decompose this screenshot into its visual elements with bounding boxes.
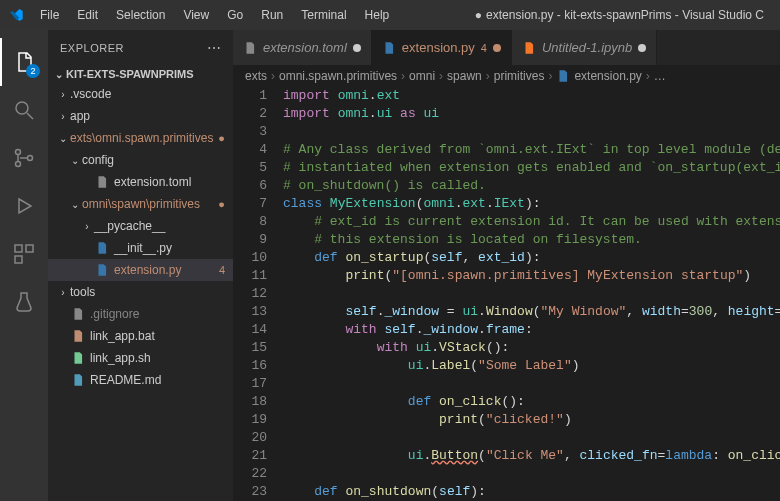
py-file-icon bbox=[556, 69, 570, 83]
breadcrumb-item[interactable]: spawn bbox=[447, 69, 482, 83]
chevron-icon: › bbox=[56, 287, 70, 298]
svg-point-2 bbox=[16, 150, 21, 155]
chevron-icon: ⌄ bbox=[68, 155, 82, 166]
modified-indicator: ● bbox=[214, 198, 225, 210]
activity-source-control[interactable] bbox=[0, 134, 48, 182]
tree-item-label: app bbox=[70, 109, 90, 123]
tab-problem-count: 4 bbox=[481, 42, 487, 54]
menu-bar: FileEditSelectionViewGoRunTerminalHelp bbox=[32, 4, 397, 26]
tree-item[interactable]: README.md bbox=[48, 369, 233, 391]
tree-item-label: .gitignore bbox=[90, 307, 139, 321]
menu-go[interactable]: Go bbox=[219, 4, 251, 26]
chevron-icon: › bbox=[80, 221, 94, 232]
breadcrumb-item[interactable]: extension.py bbox=[574, 69, 641, 83]
tree-item-label: link_app.bat bbox=[90, 329, 155, 343]
tree-item-label: README.md bbox=[90, 373, 161, 387]
py-file-icon bbox=[94, 263, 110, 277]
project-root[interactable]: ⌄ KIT-EXTS-SPAWNPRIMS bbox=[48, 65, 233, 83]
modified-indicator: ● bbox=[214, 132, 225, 144]
titlebar: FileEditSelectionViewGoRunTerminalHelp ●… bbox=[0, 0, 780, 30]
tree-item-label: omni\spawn\primitives bbox=[82, 197, 200, 211]
chevron-down-icon: ⌄ bbox=[52, 69, 66, 80]
tree-item-label: extension.py bbox=[114, 263, 181, 277]
breadcrumb[interactable]: exts›omni.spawn.primitives›omni›spawn›pr… bbox=[233, 65, 780, 87]
chevron-icon: › bbox=[56, 111, 70, 122]
tab-label: extension.toml bbox=[263, 40, 347, 55]
activity-run-debug[interactable] bbox=[0, 182, 48, 230]
tab-label: extension.py bbox=[402, 40, 475, 55]
menu-help[interactable]: Help bbox=[357, 4, 398, 26]
tree-item-label: .vscode bbox=[70, 87, 111, 101]
breadcrumb-separator-icon: › bbox=[401, 69, 405, 83]
breadcrumb-separator-icon: › bbox=[548, 69, 552, 83]
tree-item[interactable]: link_app.sh bbox=[48, 347, 233, 369]
breadcrumb-separator-icon: › bbox=[271, 69, 275, 83]
chevron-icon: ⌄ bbox=[68, 199, 82, 210]
menu-file[interactable]: File bbox=[32, 4, 67, 26]
menu-selection[interactable]: Selection bbox=[108, 4, 173, 26]
menu-terminal[interactable]: Terminal bbox=[293, 4, 354, 26]
tree-item[interactable]: link_app.bat bbox=[48, 325, 233, 347]
chevron-icon: › bbox=[56, 89, 70, 100]
md-file-icon bbox=[70, 373, 86, 387]
modified-indicator: 4 bbox=[215, 264, 225, 276]
svg-point-4 bbox=[28, 156, 33, 161]
svg-point-3 bbox=[16, 162, 21, 167]
svg-rect-6 bbox=[26, 245, 33, 252]
py-file-icon bbox=[94, 241, 110, 255]
sh-file-icon bbox=[70, 351, 86, 365]
sidebar-more-icon[interactable]: ⋯ bbox=[207, 40, 222, 56]
code-lines[interactable]: import omni.extimport omni.ui as ui # An… bbox=[283, 87, 780, 501]
breadcrumb-item[interactable]: exts bbox=[245, 69, 267, 83]
tree-item[interactable]: extension.py4 bbox=[48, 259, 233, 281]
editor-tab[interactable]: extension.toml bbox=[233, 30, 372, 65]
svg-rect-5 bbox=[15, 245, 22, 252]
bat-file-icon bbox=[70, 329, 86, 343]
explorer-sidebar: EXPLORER ⋯ ⌄ KIT-EXTS-SPAWNPRIMS ›.vscod… bbox=[48, 30, 233, 501]
tree-item[interactable]: ⌄omni\spawn\primitives● bbox=[48, 193, 233, 215]
activity-explorer[interactable]: 2 bbox=[0, 38, 48, 86]
tree-item[interactable]: ›tools bbox=[48, 281, 233, 303]
menu-edit[interactable]: Edit bbox=[69, 4, 106, 26]
breadcrumb-separator-icon: › bbox=[439, 69, 443, 83]
svg-point-0 bbox=[16, 102, 28, 114]
editor-tab[interactable]: Untitled-1.ipynb bbox=[512, 30, 657, 65]
tree-item-label: __init__.py bbox=[114, 241, 172, 255]
tree-item[interactable]: ⌄exts\omni.spawn.primitives● bbox=[48, 127, 233, 149]
tree-item[interactable]: __init__.py bbox=[48, 237, 233, 259]
activity-testing[interactable] bbox=[0, 278, 48, 326]
editor-area: extension.tomlextension.py4Untitled-1.ip… bbox=[233, 30, 780, 501]
activity-extensions[interactable] bbox=[0, 230, 48, 278]
menu-run[interactable]: Run bbox=[253, 4, 291, 26]
tree-item-label: config bbox=[82, 153, 114, 167]
tree-item[interactable]: ⌄config bbox=[48, 149, 233, 171]
breadcrumb-item[interactable]: primitives bbox=[494, 69, 545, 83]
line-gutter: 1234567891011121314151617181920212223242… bbox=[233, 87, 283, 501]
editor-tabs: extension.tomlextension.py4Untitled-1.ip… bbox=[233, 30, 780, 65]
file-tree: ›.vscode›app⌄exts\omni.spawn.primitives●… bbox=[48, 83, 233, 501]
dirty-indicator-icon: ● bbox=[475, 8, 482, 22]
tree-item[interactable]: ›app bbox=[48, 105, 233, 127]
py-file-icon bbox=[382, 41, 396, 55]
breadcrumb-separator-icon: › bbox=[486, 69, 490, 83]
tree-item[interactable]: extension.toml bbox=[48, 171, 233, 193]
breadcrumb-item[interactable]: omni bbox=[409, 69, 435, 83]
tree-item-label: link_app.sh bbox=[90, 351, 151, 365]
breadcrumb-item[interactable]: omni.spawn.primitives bbox=[279, 69, 397, 83]
toml-file-icon bbox=[243, 41, 257, 55]
chevron-icon: ⌄ bbox=[56, 133, 70, 144]
code-editor[interactable]: 1234567891011121314151617181920212223242… bbox=[233, 87, 780, 501]
activity-search[interactable] bbox=[0, 86, 48, 134]
editor-tab[interactable]: extension.py4 bbox=[372, 30, 512, 65]
tree-item[interactable]: ›.vscode bbox=[48, 83, 233, 105]
vscode-logo-icon bbox=[8, 7, 24, 23]
tree-item-label: extension.toml bbox=[114, 175, 191, 189]
breadcrumb-separator-icon: › bbox=[646, 69, 650, 83]
dirty-dot-icon bbox=[353, 44, 361, 52]
breadcrumb-item[interactable]: … bbox=[654, 69, 666, 83]
file-file-icon bbox=[94, 175, 110, 189]
menu-view[interactable]: View bbox=[175, 4, 217, 26]
tree-item-label: exts\omni.spawn.primitives bbox=[70, 131, 213, 145]
tree-item[interactable]: ›__pycache__ bbox=[48, 215, 233, 237]
tree-item[interactable]: .gitignore bbox=[48, 303, 233, 325]
